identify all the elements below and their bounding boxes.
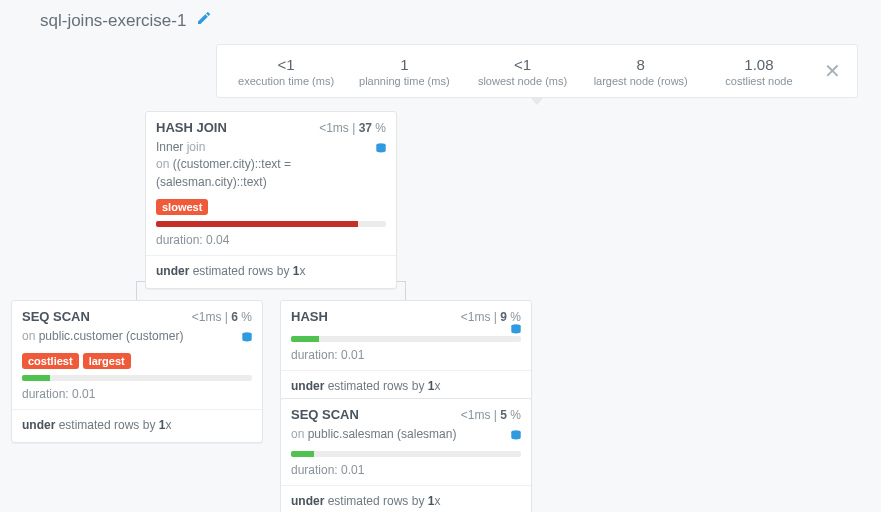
tag-costliest: costliest (22, 353, 79, 369)
node-estimate: under estimated rows by 1x (281, 486, 531, 512)
plan-canvas: HASH JOIN <1ms | 37 % Inner join on ((cu… (0, 0, 881, 512)
duration-bar-fill (156, 221, 358, 227)
duration-value: 0.01 (341, 348, 364, 362)
on-word: on (156, 157, 173, 171)
node-meta: <1ms | 5 % (461, 408, 521, 422)
est-prefix: under (22, 418, 55, 432)
duration-label: duration: (291, 463, 341, 477)
tag-slowest: slowest (156, 199, 208, 215)
node-time: <1ms (192, 310, 222, 324)
est-suffix: x (165, 418, 171, 432)
node-tags: costliest largest (12, 353, 262, 375)
est-suffix: x (434, 494, 440, 508)
node-pct-suffix: % (507, 408, 521, 422)
duration-bar (281, 451, 531, 461)
duration-bar-fill (22, 375, 50, 381)
node-header: SEQ SCAN <1ms | 5 % (281, 399, 531, 426)
est-suffix: x (434, 379, 440, 393)
node-pct: 9 (500, 310, 507, 324)
duration-bar-fill (291, 336, 319, 342)
relation-name: public.salesman (salesman) (308, 427, 457, 441)
node-pct: 37 (359, 121, 372, 135)
tag-largest: largest (83, 353, 131, 369)
duration-bar (146, 221, 396, 231)
node-duration: duration: 0.01 (281, 461, 531, 486)
est-mid: estimated rows by (189, 264, 292, 278)
node-duration: duration: 0.01 (281, 346, 531, 371)
node-body: on public.customer (customer) (12, 328, 262, 353)
database-icon[interactable] (509, 322, 523, 343)
est-mid: estimated rows by (55, 418, 158, 432)
node-header: HASH <1ms | 9 % (281, 301, 531, 328)
join-type-prefix: Inner (156, 140, 187, 154)
est-prefix: under (156, 264, 189, 278)
node-pct: 6 (231, 310, 238, 324)
plan-node-hash-join[interactable]: HASH JOIN <1ms | 37 % Inner join on ((cu… (145, 111, 397, 289)
node-op: HASH JOIN (156, 120, 227, 135)
node-op: HASH (291, 309, 328, 324)
est-prefix: under (291, 494, 324, 508)
duration-value: 0.01 (72, 387, 95, 401)
database-icon[interactable] (240, 330, 254, 351)
duration-label: duration: (291, 348, 341, 362)
on-word: on (291, 427, 308, 441)
node-pct-suffix: % (372, 121, 386, 135)
duration-label: duration: (22, 387, 72, 401)
duration-value: 0.01 (341, 463, 364, 477)
node-time: <1ms (461, 408, 491, 422)
node-header: HASH JOIN <1ms | 37 % (146, 112, 396, 139)
est-mid: estimated rows by (324, 494, 427, 508)
join-word: join (187, 140, 206, 154)
duration-bar (12, 375, 262, 385)
duration-label: duration: (156, 233, 206, 247)
node-op: SEQ SCAN (291, 407, 359, 422)
node-duration: duration: 0.01 (12, 385, 262, 410)
node-op: SEQ SCAN (22, 309, 90, 324)
node-body: Inner join on ((customer.city)::text = (… (146, 139, 396, 199)
duration-bar (281, 336, 531, 346)
relation-name: public.customer (customer) (39, 329, 184, 343)
node-body: on public.salesman (salesman) (281, 426, 531, 451)
node-meta: <1ms | 6 % (192, 310, 252, 324)
node-estimate: under estimated rows by 1x (12, 410, 262, 442)
est-prefix: under (291, 379, 324, 393)
duration-value: 0.04 (206, 233, 229, 247)
plan-node-seq-scan-salesman[interactable]: SEQ SCAN <1ms | 5 % on public.salesman (… (280, 398, 532, 512)
join-condition: ((customer.city)::text = (salesman.city)… (156, 157, 291, 188)
node-time: <1ms (319, 121, 349, 135)
plan-node-seq-scan-customer[interactable]: SEQ SCAN <1ms | 6 % on public.customer (… (11, 300, 263, 443)
node-body (281, 328, 531, 336)
plan-node-hash[interactable]: HASH <1ms | 9 % duration: 0.01 under est… (280, 300, 532, 404)
node-duration: duration: 0.04 (146, 231, 396, 256)
node-estimate: under estimated rows by 1x (146, 256, 396, 288)
on-word: on (22, 329, 39, 343)
duration-bar-fill (291, 451, 314, 457)
database-icon[interactable] (374, 141, 388, 162)
node-pct: 5 (500, 408, 507, 422)
node-pct-suffix: % (238, 310, 252, 324)
est-mid: estimated rows by (324, 379, 427, 393)
est-suffix: x (299, 264, 305, 278)
node-time: <1ms (461, 310, 491, 324)
node-header: SEQ SCAN <1ms | 6 % (12, 301, 262, 328)
database-icon[interactable] (509, 428, 523, 449)
node-meta: <1ms | 37 % (319, 121, 386, 135)
node-tags: slowest (146, 199, 396, 221)
